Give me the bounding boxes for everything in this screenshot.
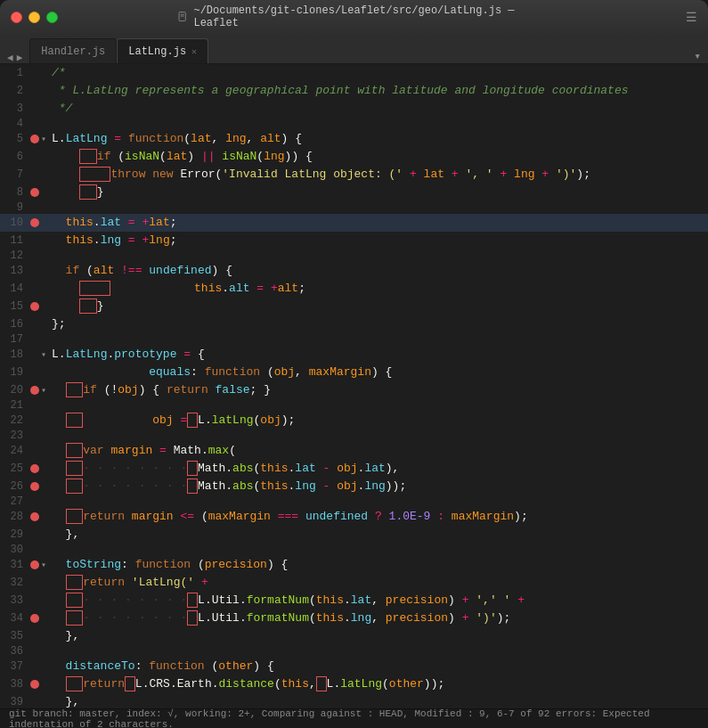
line-4: 4	[0, 118, 708, 130]
tabs-overflow[interactable]: ▾	[694, 49, 701, 63]
line-32: 32 return 'LatLng(' +	[0, 574, 708, 592]
line-22: 22 obj = L.latLng(obj);	[0, 412, 708, 429]
breakpoint-dot[interactable]	[30, 152, 39, 161]
line-number: 1	[4, 67, 30, 79]
line-24: 24 var margin = Math.max(	[0, 442, 708, 460]
breakpoint-dot[interactable]	[30, 188, 39, 197]
forward-arrow[interactable]: ▶	[17, 52, 23, 63]
breakpoint-dot[interactable]	[30, 530, 39, 539]
breakpoint-dot[interactable]	[30, 320, 39, 329]
breakpoint-dot[interactable]	[30, 512, 39, 521]
line-number: 33	[4, 594, 30, 607]
breakpoint-dot[interactable]	[30, 135, 39, 143]
breakpoint-dot[interactable]	[30, 119, 39, 128]
breakpoint-dot[interactable]	[30, 578, 39, 587]
breakpoint-dot[interactable]	[30, 203, 39, 212]
line-25: 25 · · · · · · · · Math.abs(this.lat - o…	[0, 460, 708, 478]
titlebar: ~/Documents/git-clones/Leaflet/src/geo/L…	[0, 0, 708, 34]
breakpoint-dot[interactable]	[30, 698, 39, 707]
line-number: 25	[4, 462, 30, 475]
breakpoint-dot[interactable]	[30, 632, 39, 641]
line-number: 10	[4, 217, 30, 229]
breakpoint-dot[interactable]	[30, 401, 39, 410]
code-content: }	[52, 184, 708, 201]
tab-latlng[interactable]: LatLng.js ✕	[117, 38, 208, 63]
code-content: L.LatLng = function(lat, lng, alt) {	[52, 130, 708, 148]
breakpoint-dot[interactable]	[30, 251, 39, 260]
breakpoint-dot[interactable]	[30, 386, 39, 395]
breakpoint-dot[interactable]	[30, 464, 39, 473]
line-28: 28 return margin <= (maxMargin === undef…	[0, 508, 708, 526]
line-15: 15 }	[0, 298, 708, 315]
line-12: 12	[0, 249, 708, 262]
line-number: 9	[4, 201, 30, 214]
breakpoint-dot[interactable]	[30, 560, 39, 569]
line-2: 2 * L.LatLng represents a geographical p…	[0, 82, 708, 100]
code-content: }	[52, 298, 708, 315]
line-number: 37	[4, 660, 30, 673]
breakpoint-dot[interactable]	[30, 350, 39, 359]
line-number: 13	[4, 265, 30, 277]
titlebar-menu[interactable]: ☰	[686, 10, 697, 25]
editor: 1 /*2 * L.LatLng represents a geographic…	[0, 64, 708, 708]
code-content: this.lat = +lat;	[52, 214, 708, 232]
code-content: throw new Error('Invalid LatLng object: …	[52, 166, 708, 184]
close-button[interactable]	[11, 12, 22, 23]
breakpoint-dot[interactable]	[30, 446, 39, 455]
line-19: 19 equals: function (obj, maxMargin) {	[0, 364, 708, 381]
line-number: 32	[4, 577, 30, 589]
line-number: 8	[4, 186, 30, 199]
breakpoint-dot[interactable]	[30, 104, 39, 113]
maximize-button[interactable]	[46, 12, 58, 23]
line-17: 17	[0, 333, 708, 346]
titlebar-center: ~/Documents/git-clones/Leaflet/src/geo/L…	[177, 4, 532, 29]
breakpoint-dot[interactable]	[30, 69, 39, 78]
breakpoint-dot[interactable]	[30, 497, 39, 506]
breakpoint-dot[interactable]	[30, 170, 39, 179]
fold-arrow[interactable]: ▾	[41, 560, 52, 570]
breakpoint-dot[interactable]	[30, 416, 39, 425]
line-number: 28	[4, 511, 30, 523]
breakpoint-dot[interactable]	[30, 266, 39, 275]
line-18: 18▾L.LatLng.prototype = {	[0, 346, 708, 364]
breakpoint-dot[interactable]	[30, 662, 39, 671]
breakpoint-dot[interactable]	[30, 368, 39, 377]
code-content: return 'LatLng(' +	[52, 574, 708, 592]
tabs-bar: ◀ ▶ Handler.js LatLng.js ✕ ▾	[0, 34, 708, 64]
breakpoint-dot[interactable]	[30, 680, 39, 689]
breakpoint-dot[interactable]	[30, 482, 39, 491]
breakpoint-dot[interactable]	[30, 431, 39, 440]
line-31: 31▾ toString: function (precision) {	[0, 556, 708, 574]
line-13: 13 if (alt !== undefined) {	[0, 262, 708, 280]
code-content: * L.LatLng represents a geographical poi…	[52, 82, 708, 100]
breakpoint-dot[interactable]	[30, 335, 39, 344]
breakpoint-dot[interactable]	[30, 545, 39, 554]
breakpoint-dot[interactable]	[30, 236, 39, 245]
line-number: 7	[4, 168, 30, 181]
fold-arrow[interactable]: ▾	[41, 349, 52, 360]
line-30: 30	[0, 544, 708, 556]
breakpoint-dot[interactable]	[30, 302, 39, 311]
line-14: 14 this.alt = +alt;	[0, 280, 708, 298]
breakpoint-dot[interactable]	[30, 284, 39, 293]
fold-arrow[interactable]: ▾	[41, 134, 52, 144]
tab-handler[interactable]: Handler.js	[29, 38, 117, 63]
code-content: obj = L.latLng(obj);	[52, 412, 708, 429]
line-number: 11	[4, 234, 30, 247]
code-content: if (isNaN(lat) || isNaN(lng)) {	[52, 148, 708, 166]
back-arrow[interactable]: ◀	[7, 52, 13, 63]
line-number: 29	[4, 528, 30, 541]
code-content: if (!obj) { return false; }	[52, 381, 708, 399]
fold-arrow[interactable]: ▾	[41, 385, 52, 396]
breakpoint-dot[interactable]	[30, 614, 39, 623]
breakpoint-dot[interactable]	[30, 596, 39, 605]
line-number: 22	[4, 414, 30, 427]
breakpoint-dot[interactable]	[30, 218, 39, 227]
tab-close-icon[interactable]: ✕	[191, 46, 197, 57]
breakpoint-dot[interactable]	[30, 647, 39, 656]
statusbar-text: git branch: master, index: √, working: 2…	[9, 708, 699, 729]
file-icon	[177, 11, 189, 23]
breakpoint-dot[interactable]	[30, 86, 39, 95]
minimize-button[interactable]	[28, 12, 40, 23]
tab-latlng-label: LatLng.js	[128, 45, 186, 58]
